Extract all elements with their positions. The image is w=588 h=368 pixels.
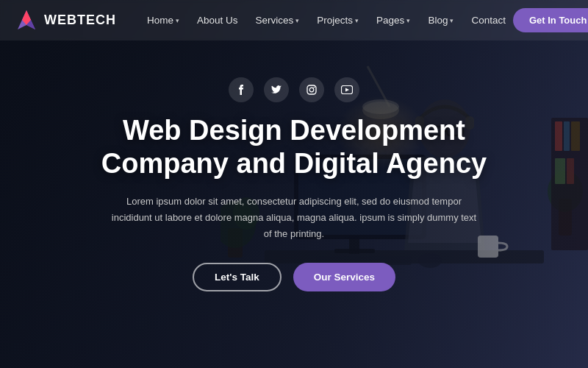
nav-item-services[interactable]: Services ▾ (248, 10, 307, 30)
chevron-down-icon: ▾ (450, 17, 453, 24)
nav-item-blog[interactable]: Blog ▾ (420, 10, 461, 30)
get-in-touch-button[interactable]: Get In Touch (513, 8, 588, 32)
hero-subtitle: Lorem ipsum dolor sit amet, consectetur … (110, 194, 478, 242)
nav-item-projects[interactable]: Projects ▾ (309, 10, 366, 30)
brand-name: WEBTECH (44, 13, 116, 28)
nav-item-about[interactable]: About Us (190, 10, 245, 30)
svg-rect-33 (307, 85, 316, 94)
nav-item-pages[interactable]: Pages ▾ (369, 10, 417, 30)
svg-point-35 (314, 87, 315, 88)
chevron-down-icon: ▾ (406, 17, 410, 24)
twitter-icon[interactable] (264, 77, 289, 102)
nav-links: Home ▾ About Us Services ▾ Projects ▾ Pa… (140, 10, 513, 30)
hero-buttons: Let's Talk Our Services (59, 263, 529, 291)
our-services-button[interactable]: Our Services (293, 263, 395, 291)
facebook-icon[interactable] (229, 77, 254, 102)
chevron-down-icon: ▾ (355, 17, 359, 24)
hero-content: Web Design Development Company and Digit… (0, 114, 588, 291)
lets-talk-button[interactable]: Let's Talk (193, 263, 282, 291)
instagram-icon[interactable] (299, 77, 324, 102)
nav-item-contact[interactable]: Contact (464, 10, 513, 30)
youtube-icon[interactable] (334, 77, 359, 102)
chevron-down-icon: ▾ (295, 17, 299, 24)
hero-title: Web Design Development Company and Digit… (59, 114, 529, 180)
brand[interactable]: WEBTECH (15, 9, 116, 32)
svg-point-34 (309, 88, 314, 92)
brand-logo-icon (15, 9, 38, 32)
navbar: WEBTECH Home ▾ About Us Services ▾ Proje… (0, 0, 588, 40)
svg-marker-37 (345, 88, 349, 92)
hero-section: WEBTECH Home ▾ About Us Services ▾ Proje… (0, 0, 588, 368)
chevron-down-icon: ▾ (176, 17, 179, 24)
nav-item-home[interactable]: Home ▾ (140, 10, 187, 30)
social-icons (229, 77, 359, 102)
